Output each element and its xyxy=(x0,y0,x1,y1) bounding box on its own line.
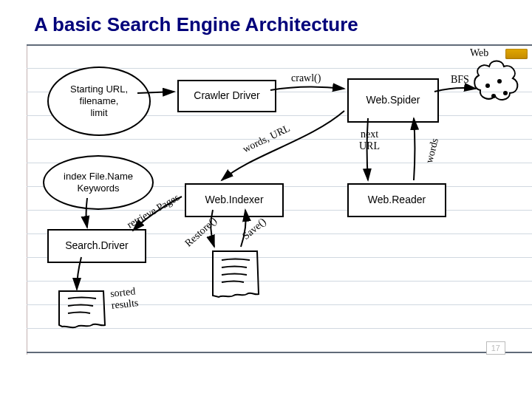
node-start-oval: Starting URL, filename, limit xyxy=(47,66,151,136)
svg-point-3 xyxy=(491,94,496,98)
svg-point-0 xyxy=(485,83,490,88)
svg-point-1 xyxy=(497,79,502,83)
node-web-indexer: Web.Indexer xyxy=(185,183,284,217)
paper-rule-top xyxy=(27,44,532,46)
marker-icon xyxy=(505,49,528,59)
node-web-reader: Web.Reader xyxy=(347,183,446,217)
node-web-spider: Web.Spider xyxy=(347,78,439,123)
paper-rule xyxy=(27,304,532,305)
slide: A basic Search Engine Architecture Start… xyxy=(0,0,532,399)
node-search-driver: Search.Driver xyxy=(47,229,146,263)
label-crawl: crawl() xyxy=(291,72,321,84)
paper-rule xyxy=(27,281,532,282)
label-restore: Restore() xyxy=(183,215,219,250)
page-number: 17 xyxy=(486,341,505,355)
paper-rule xyxy=(27,328,532,329)
label-bfs: BFS xyxy=(451,74,469,86)
label-sorted-results: sorted results xyxy=(109,285,139,312)
label-save: Save() xyxy=(240,216,268,242)
label-words: words xyxy=(423,137,441,164)
node-index-keywords-oval: index File.Name Keywords xyxy=(43,155,154,210)
slide-title: A basic Search Engine Architecture xyxy=(34,13,358,36)
label-web: Web xyxy=(470,47,488,59)
node-crawler-driver: Crawler Driver xyxy=(177,80,276,112)
paper-margin-line xyxy=(27,44,27,355)
label-next-url: next URL xyxy=(359,129,380,152)
paper-rule-bottom xyxy=(27,352,532,353)
